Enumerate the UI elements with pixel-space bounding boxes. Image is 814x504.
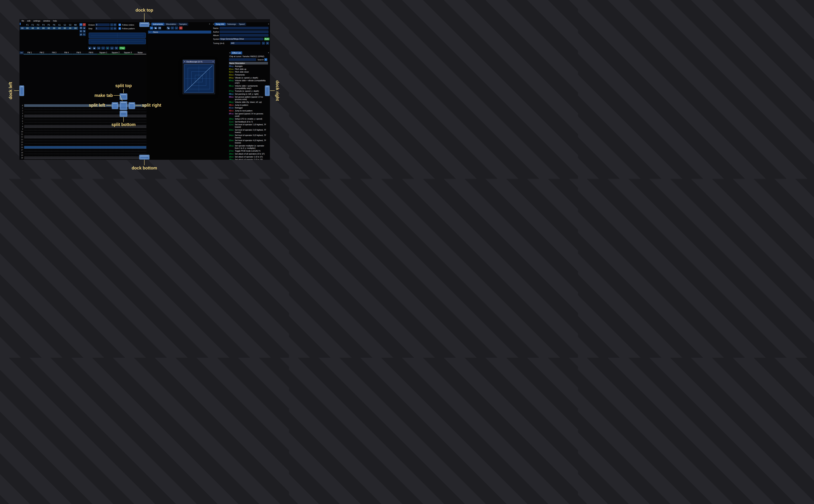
order-row-number[interactable]: 00: [20, 27, 25, 30]
play-from-cursor-button[interactable]: ⇥: [97, 47, 100, 50]
menu-item-window[interactable]: window: [42, 20, 51, 22]
tuning-input[interactable]: 440: [230, 42, 260, 45]
order-cell-f5[interactable]: 00: [46, 27, 51, 30]
tuning-increase-button[interactable]: +: [266, 42, 269, 45]
order-cell-f1[interactable]: 00: [25, 27, 30, 30]
octave-decrease-button[interactable]: -: [110, 23, 113, 26]
order-edit-mode-button[interactable]: ↖: [83, 33, 86, 36]
dock-bottom-target[interactable]: [139, 155, 149, 160]
delete-instrument-button[interactable]: ×: [179, 27, 182, 29]
tab-samples[interactable]: Samples: [178, 23, 188, 26]
order-change-all-button[interactable]: ⇄: [79, 33, 82, 36]
orders-current-row[interactable]: 0000000000000000000000: [20, 27, 78, 30]
dock-right-target[interactable]: [265, 85, 270, 96]
split-left-target[interactable]: [112, 102, 118, 109]
pattern-row-cells[interactable]: [24, 144, 146, 146]
column-header-description[interactable]: Description: [235, 62, 245, 64]
close-oscilloscope-icon[interactable]: ×: [212, 61, 214, 63]
repeat-pattern-button[interactable]: ↻: [115, 47, 118, 50]
step-input[interactable]: 1: [95, 27, 110, 30]
pattern-row-cells[interactable]: [24, 112, 146, 115]
order-cell-s1[interactable]: 00: [57, 27, 62, 30]
pattern-row-cells[interactable]: [24, 136, 146, 138]
add-channel-button[interactable]: ++: [20, 51, 24, 54]
pattern-row-cells[interactable]: [24, 107, 146, 109]
pattern-row-cells[interactable]: [24, 115, 146, 117]
channel-header-noise[interactable]: Noise: [134, 51, 146, 54]
instrument-folders-button[interactable]: [167, 27, 170, 29]
close-instruments-icon[interactable]: ×: [209, 23, 210, 25]
menu-item-file[interactable]: file: [20, 20, 25, 22]
channel-header-square-2[interactable]: Square 2: [109, 51, 122, 54]
split-bottom-target[interactable]: [120, 111, 127, 117]
split-top-target[interactable]: [120, 93, 127, 100]
step-decrease-button[interactable]: -: [110, 27, 113, 30]
pattern-row-cells[interactable]: [24, 138, 146, 141]
menu-item-edit[interactable]: edit: [26, 20, 32, 22]
name-input[interactable]: [219, 27, 268, 29]
metronome-button[interactable]: △: [110, 47, 114, 50]
pattern-row-cells[interactable]: [24, 104, 146, 107]
pattern-row-cells[interactable]: [24, 159, 146, 160]
pattern-row-cells[interactable]: [24, 154, 146, 157]
channel-header-square-1[interactable]: Square 1: [97, 51, 110, 54]
order-cell-f2[interactable]: 00: [30, 27, 35, 30]
menu-item-help[interactable]: help: [52, 20, 58, 22]
duplicate-order-end-button[interactable]: ⇅: [83, 30, 86, 33]
move-order-down-button[interactable]: ▼: [79, 30, 82, 33]
split-right-target[interactable]: [128, 102, 135, 109]
close-song-info-icon[interactable]: ×: [268, 23, 269, 25]
channel-header-fm-6[interactable]: FM 6: [85, 51, 97, 54]
pattern-row-cells[interactable]: [24, 151, 146, 154]
tab-speed[interactable]: Speed: [238, 23, 246, 26]
auto-system-button[interactable]: Auto: [264, 38, 269, 40]
channel-header-fm-1[interactable]: FM 1: [24, 51, 36, 54]
tab-instruments[interactable]: Instruments: [151, 23, 164, 26]
save-instrument-button[interactable]: [158, 27, 161, 29]
tab-effect-list[interactable]: Effect List: [231, 51, 242, 54]
tuning-decrease-button[interactable]: -: [262, 42, 265, 45]
record-button[interactable]: ●: [106, 47, 109, 50]
pattern-row-cells[interactable]: [24, 149, 146, 151]
tab-subsongs[interactable]: Subsongs: [226, 23, 237, 26]
add-order-button[interactable]: +: [79, 23, 82, 26]
pattern-row-cells[interactable]: [24, 128, 146, 130]
oscilloscope-xy-titlebar[interactable]: ▼ Oscilloscope (X-Y) ×: [183, 60, 215, 63]
channel-header-fm-4[interactable]: FM 4: [60, 51, 73, 54]
move-instrument-down-button[interactable]: ↓: [175, 27, 178, 29]
order-cell-s3[interactable]: 00: [67, 27, 73, 30]
tab-song-info[interactable]: Song Info: [214, 23, 226, 26]
pattern-row-cells[interactable]: [24, 117, 146, 120]
dock-left-target[interactable]: [19, 85, 24, 96]
move-instrument-up-button[interactable]: ↑: [171, 27, 174, 29]
order-cell-s2[interactable]: 00: [62, 27, 67, 30]
play-pattern-button[interactable]: ◉: [92, 47, 96, 50]
collapse-icon[interactable]: ▼: [184, 61, 185, 62]
author-input[interactable]: [219, 30, 268, 33]
column-header-name[interactable]: Name: [229, 62, 235, 64]
effect-search-input[interactable]: [229, 58, 256, 61]
duplicate-order-button[interactable]: ⊞: [79, 27, 82, 29]
effect-list-menu-button[interactable]: ≡: [264, 58, 267, 61]
poly-mode-button[interactable]: Poly: [119, 47, 125, 50]
channel-header-square-3[interactable]: Square 3: [122, 51, 134, 54]
open-instrument-button[interactable]: [154, 27, 157, 29]
pattern-row-cells[interactable]: [24, 141, 146, 144]
channel-header-fm-3[interactable]: FM 3: [48, 51, 60, 54]
instrument-list-item[interactable]: ○- None -: [148, 31, 211, 34]
step-one-row-button[interactable]: ↓: [101, 47, 105, 50]
pattern-row-cells[interactable]: [24, 130, 146, 133]
make-tab-target[interactable]: [120, 101, 127, 110]
order-cell-f6[interactable]: 00: [51, 27, 57, 30]
follow-orders-checkbox[interactable]: ✓: [118, 24, 121, 26]
order-cell-f3[interactable]: 00: [35, 27, 41, 30]
pattern-row-cells[interactable]: [24, 109, 146, 112]
dock-top-target[interactable]: [139, 22, 149, 27]
channel-header-fm-2[interactable]: FM 2: [36, 51, 48, 54]
move-order-up-button[interactable]: ▲: [83, 27, 86, 29]
order-cell-no[interactable]: 00: [73, 27, 78, 30]
menu-item-settings[interactable]: settings: [32, 20, 42, 22]
octave-increase-button[interactable]: +: [114, 23, 116, 26]
close-effect-list-icon[interactable]: ×: [268, 52, 269, 54]
album-input[interactable]: [219, 34, 268, 37]
